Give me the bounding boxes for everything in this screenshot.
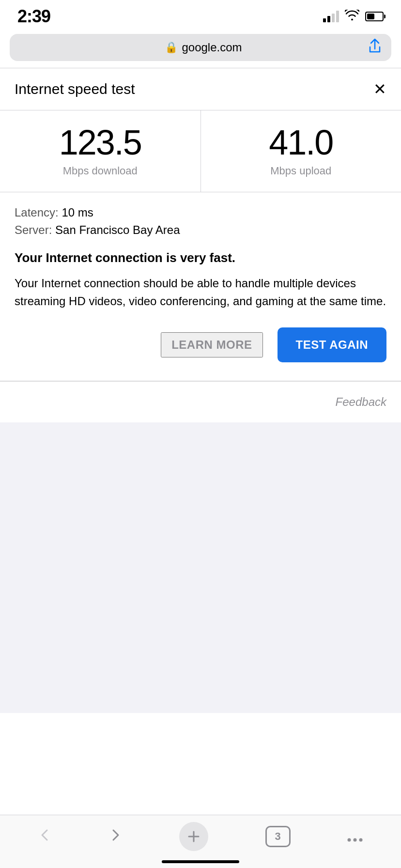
result-headline: Your Internet connection is very fast. <box>15 250 386 265</box>
new-tab-button[interactable] <box>174 817 213 856</box>
server-row: Server: San Francisco Bay Area <box>15 223 386 237</box>
status-time: 2:39 <box>17 6 50 27</box>
latency-value: 10 ms <box>62 206 93 219</box>
svg-point-2 <box>348 838 351 842</box>
server-label: Server: <box>15 223 52 236</box>
details-section: Latency: 10 ms Server: San Francisco Bay… <box>0 192 401 381</box>
speed-test-card: Internet speed test ✕ 123.5 Mbps downloa… <box>0 68 401 381</box>
signal-icon <box>323 11 339 22</box>
forward-icon <box>108 827 122 846</box>
new-tab-icon <box>179 822 208 851</box>
forward-button[interactable] <box>104 822 127 851</box>
battery-icon <box>365 12 384 21</box>
learn-more-button[interactable]: LEARN MORE <box>161 332 262 357</box>
download-metric: 123.5 Mbps download <box>0 110 201 192</box>
latency-row: Latency: 10 ms <box>15 206 386 219</box>
feedback-link[interactable]: Feedback <box>336 395 386 408</box>
back-button[interactable] <box>33 822 57 851</box>
feedback-section: Feedback <box>0 381 401 422</box>
status-bar: 2:39 <box>0 0 401 29</box>
card-title: Internet speed test <box>15 81 135 97</box>
wifi-icon <box>345 10 359 23</box>
svg-point-3 <box>354 838 357 842</box>
action-buttons: LEARN MORE TEST AGAIN <box>15 327 386 367</box>
latency-label: Latency: <box>15 206 59 219</box>
more-button[interactable] <box>342 822 368 851</box>
share-icon[interactable] <box>368 38 382 57</box>
close-button[interactable]: ✕ <box>373 81 386 97</box>
speed-metrics: 123.5 Mbps download 41.0 Mbps upload <box>0 110 401 192</box>
back-icon <box>38 827 52 846</box>
upload-metric: 41.0 Mbps upload <box>201 110 401 192</box>
home-indicator <box>162 860 239 863</box>
test-again-button[interactable]: TEST AGAIN <box>278 327 386 362</box>
status-icons <box>323 10 384 23</box>
tabs-button[interactable]: 3 <box>261 821 295 852</box>
upload-label: Mbps upload <box>211 165 392 177</box>
download-value: 123.5 <box>10 125 191 160</box>
download-label: Mbps download <box>10 165 191 177</box>
more-icon <box>347 827 363 846</box>
card-header: Internet speed test ✕ <box>0 68 401 110</box>
svg-point-4 <box>359 838 363 842</box>
url-text: google.com <box>182 41 242 54</box>
url-bar-container: 🔒 google.com <box>0 29 401 68</box>
server-value: San Francisco Bay Area <box>55 223 180 236</box>
tabs-icon: 3 <box>265 826 291 847</box>
url-content: 🔒 google.com <box>39 41 368 54</box>
upload-value: 41.0 <box>211 125 392 160</box>
lock-icon: 🔒 <box>165 41 178 54</box>
url-bar[interactable]: 🔒 google.com <box>10 34 391 61</box>
result-description: Your Internet connection should be able … <box>15 274 386 310</box>
main-content <box>0 422 401 713</box>
